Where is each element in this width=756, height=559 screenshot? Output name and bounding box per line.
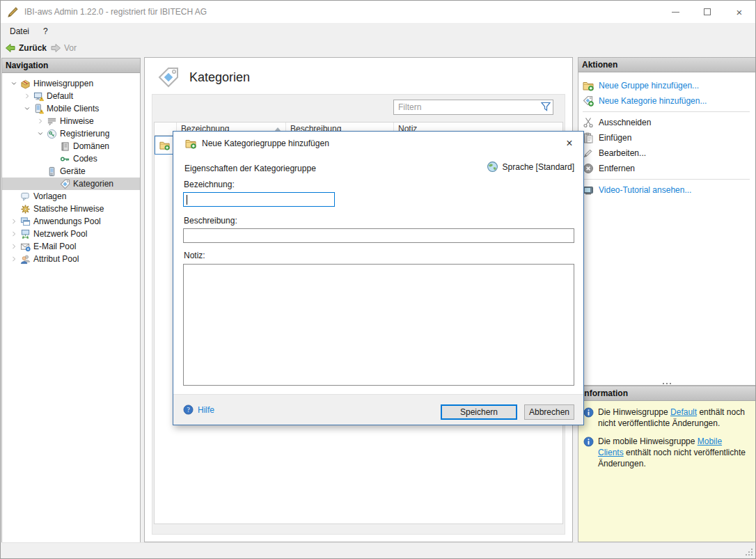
cancel-button[interactable]: Abbrechen — [524, 404, 574, 420]
new-category-group-dialog: Neue Kategoriegruppe hinzufügen × Eigens… — [173, 131, 584, 425]
nav-item-email-pool[interactable]: E-Mail Pool — [2, 240, 140, 253]
chevron-expanded-icon[interactable] — [8, 78, 19, 89]
notiz-field[interactable] — [183, 264, 574, 386]
folder-plus-icon — [159, 140, 170, 150]
app-logo-icon — [7, 6, 19, 18]
tag-plus-icon — [583, 95, 594, 107]
info-note: Die mobile Hinweisgruppe Mobile Clients … — [583, 436, 750, 469]
chevron-collapsed-icon[interactable] — [8, 253, 19, 265]
nav-item-attribut-pool[interactable]: Attribut Pool — [2, 253, 140, 265]
filter-box — [393, 100, 553, 115]
bezeichnung-label: Bezeichnung: — [184, 180, 235, 189]
notiz-label: Notiz: — [184, 251, 205, 260]
scissors-icon — [583, 117, 594, 128]
title-bar: IBI-aws Admin 1.22.0 - registriert für I… — [1, 1, 755, 23]
template-icon — [19, 191, 31, 202]
nav-item-default[interactable]: Default — [2, 90, 140, 102]
chevron-collapsed-icon[interactable] — [8, 216, 19, 227]
chevron-collapsed-icon[interactable] — [21, 90, 33, 102]
nav-item-registrierung[interactable]: Registrierung — [2, 127, 140, 140]
chevron-collapsed-icon[interactable] — [34, 116, 46, 127]
filter-input[interactable] — [394, 102, 540, 112]
mail-icon — [19, 241, 31, 252]
beschreibung-field[interactable] — [183, 228, 574, 243]
gear-icon — [19, 203, 31, 214]
maximize-button[interactable] — [691, 1, 723, 23]
close-button[interactable]: × — [723, 1, 755, 23]
pencil-icon — [583, 148, 594, 159]
notes-icon — [46, 116, 58, 127]
mobile-warning-icon — [33, 103, 45, 114]
minimize-button[interactable] — [659, 1, 691, 23]
maximize-icon — [704, 8, 711, 15]
domain-icon — [59, 141, 71, 152]
action-video-tutorial[interactable]: Video-Tutorial ansehen... — [578, 182, 755, 198]
action-remove[interactable]: Entfernen — [578, 161, 755, 176]
nav-item-statische-hinweise[interactable]: Statische Hinweise — [2, 203, 140, 215]
chevron-expanded-icon[interactable] — [21, 103, 33, 114]
action-paste[interactable]: Einfügen — [578, 130, 755, 145]
dialog-footer: ? Hilfe Speichern Abbrechen — [173, 394, 583, 425]
page-header: Kategorien — [157, 66, 250, 88]
dialog-section-label: Eigenschaften der Kategoriegruppe — [184, 164, 316, 173]
globe-icon — [487, 161, 498, 173]
back-button[interactable]: Zurück — [5, 42, 47, 54]
action-cut[interactable]: Ausschneiden — [578, 115, 755, 130]
nav-item-kategorien[interactable]: Kategorien — [2, 178, 140, 190]
nav-item-hinweise[interactable]: Hinweise — [2, 115, 140, 127]
beschreibung-label: Beschreibung: — [184, 216, 237, 226]
nav-item-netzwerk-pool[interactable]: Netzwerk Pool — [2, 228, 140, 240]
panel-splitter[interactable] — [663, 383, 671, 384]
language-button[interactable]: Sprache [Standard] — [487, 161, 574, 173]
tool-bar: Zurück Vor — [1, 39, 755, 57]
help-link[interactable]: ? Hilfe — [183, 404, 214, 415]
nav-item-domaenen[interactable]: Domänen — [2, 140, 140, 152]
forward-button[interactable]: Vor — [50, 42, 77, 54]
information-body: Die Hinweisgruppe Default enthält noch n… — [578, 401, 755, 542]
info-icon — [583, 436, 594, 447]
chevron-collapsed-icon[interactable] — [8, 228, 19, 239]
folder-plus-icon — [583, 80, 594, 91]
action-new-category[interactable]: Neue Kategorie hinzufügen... — [578, 93, 755, 109]
menu-datei[interactable]: Datei — [4, 26, 35, 36]
folder-plus-icon — [185, 138, 196, 149]
dialog-close-button[interactable]: × — [560, 135, 579, 152]
actions-separator — [583, 179, 750, 180]
menu-help[interactable]: ? — [38, 26, 54, 36]
nav-item-hinweisgruppen[interactable]: Hinweisgruppen — [2, 77, 140, 90]
save-button[interactable]: Speichern — [441, 404, 517, 420]
app-window: IBI-aws Admin 1.22.0 - registriert für I… — [0, 0, 756, 559]
nav-item-codes[interactable]: Codes — [2, 152, 140, 165]
close-icon: × — [566, 137, 572, 150]
action-edit[interactable]: Bearbeiten... — [578, 145, 755, 161]
action-new-group[interactable]: Neue Gruppe hinzufügen... — [578, 78, 755, 93]
filter-icon[interactable] — [540, 101, 553, 114]
page-title: Kategorien — [189, 70, 250, 85]
text-caret — [187, 195, 187, 205]
info-note: Die Hinweisgruppe Default enthält noch n… — [583, 407, 750, 429]
nav-item-mobile-clients[interactable]: Mobile Clients — [2, 102, 140, 115]
navigation-header: Navigation — [2, 58, 140, 73]
navigation-tree: Hinweisgruppen Default Mobile Clients Hi… — [2, 73, 140, 265]
package-icon — [19, 78, 31, 89]
chevron-expanded-icon[interactable] — [34, 128, 46, 139]
windows-icon — [19, 216, 31, 227]
nav-item-geraete[interactable]: Geräte — [2, 165, 140, 178]
link-default-group[interactable]: Default — [670, 407, 697, 417]
user-icon — [19, 253, 31, 265]
bezeichnung-field[interactable] — [183, 192, 335, 207]
nav-item-vorlagen[interactable]: Vorlagen — [2, 190, 140, 203]
remove-circle-icon — [583, 163, 594, 174]
key-icon — [59, 153, 71, 164]
minimize-icon — [672, 12, 679, 13]
nav-item-anwendungs-pool[interactable]: Anwendungs Pool — [2, 215, 140, 228]
video-tutorial-icon — [583, 184, 594, 196]
chevron-collapsed-icon[interactable] — [8, 241, 19, 252]
status-bar — [1, 542, 755, 558]
back-arrow-icon — [5, 42, 16, 54]
resize-grip[interactable] — [745, 548, 753, 556]
dialog-title-bar: Neue Kategoriegruppe hinzufügen — [173, 132, 583, 155]
registration-icon — [46, 128, 58, 139]
tag-large-icon — [157, 66, 180, 88]
dialog-title: Neue Kategoriegruppe hinzufügen — [202, 139, 329, 148]
